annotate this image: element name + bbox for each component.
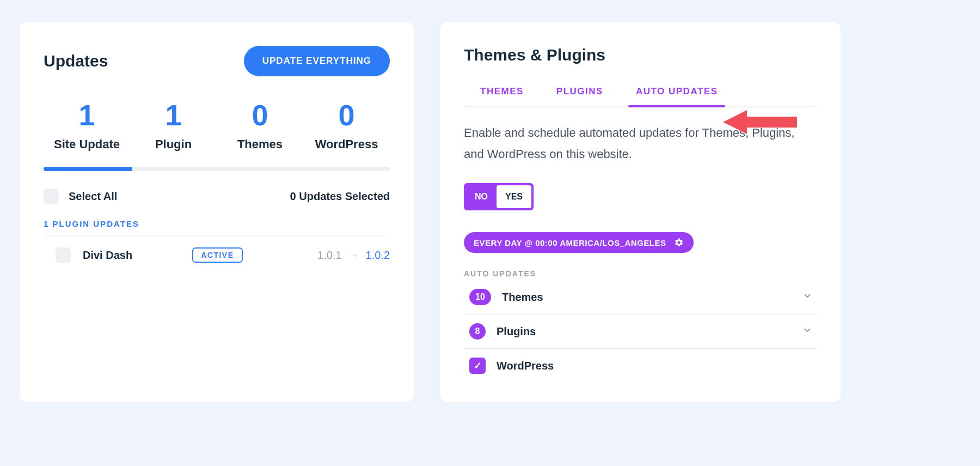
plugins-count-badge: 8	[469, 323, 486, 340]
toggle-option-no[interactable]: NO	[466, 185, 497, 208]
themes-plugins-title: Themes & Plugins	[464, 46, 817, 64]
tab-site-update[interactable]: 1 Site Update	[44, 100, 130, 152]
tab-plugins[interactable]: PLUGINS	[556, 86, 603, 106]
auto-updates-description: Enable and schedule automated updates fo…	[464, 123, 817, 165]
auto-updates-plugins-label: Plugins	[497, 325, 536, 338]
updates-tab-underline-active	[44, 167, 132, 171]
stat-wordpress-count: 0	[303, 100, 390, 130]
select-all-row: Select All 0 Updates Selected	[44, 189, 390, 204]
stat-site-update-label: Site Update	[44, 137, 130, 152]
chevron-down-icon[interactable]	[803, 291, 812, 303]
stat-plugin-count: 1	[130, 100, 217, 130]
tab-wordpress[interactable]: 0 WordPress	[303, 100, 390, 152]
updates-selected-count: 0 Updates Selected	[290, 190, 390, 203]
gear-icon	[674, 238, 684, 247]
auto-updates-row-wordpress[interactable]: WordPress	[464, 349, 817, 383]
plugin-versions: 1.0.1 → 1.0.2	[317, 249, 390, 262]
plugin-row-checkbox[interactable]	[56, 247, 71, 263]
stat-site-update-count: 1	[44, 100, 130, 130]
tab-plugin[interactable]: 1 Plugin	[130, 100, 217, 152]
auto-updates-wordpress-label: WordPress	[497, 360, 554, 372]
update-everything-button[interactable]: UPDATE EVERYTHING	[244, 46, 390, 76]
stat-themes-count: 0	[217, 100, 303, 130]
themes-count-badge: 10	[469, 289, 491, 305]
plugin-status-badge: ACTIVE	[192, 247, 242, 263]
tab-themes[interactable]: 0 Themes	[217, 100, 303, 152]
themes-plugins-tabs: THEMES PLUGINS AUTO UPDATES	[464, 86, 817, 107]
plugin-name: Divi Dash	[83, 249, 132, 262]
stat-themes-label: Themes	[217, 137, 303, 152]
wordpress-checkbox[interactable]	[469, 358, 486, 374]
updates-stats-row: 1 Site Update 1 Plugin 0 Themes 0 WordPr…	[44, 100, 390, 152]
auto-updates-row-plugins[interactable]: 8 Plugins	[464, 314, 817, 349]
updates-panel: Updates UPDATE EVERYTHING 1 Site Update …	[20, 22, 414, 402]
schedule-pill[interactable]: EVERY DAY @ 00:00 AMERICA/LOS_ANGELES	[464, 232, 694, 253]
plugin-updates-heading: 1 PLUGIN UPDATES	[44, 219, 390, 228]
arrow-right-icon: →	[348, 249, 359, 262]
updates-title: Updates	[44, 52, 108, 70]
plugin-version-new: 1.0.2	[366, 249, 390, 262]
chevron-down-icon[interactable]	[803, 325, 812, 337]
updates-header: Updates UPDATE EVERYTHING	[44, 46, 390, 76]
stat-wordpress-label: WordPress	[303, 137, 390, 152]
stat-plugin-label: Plugin	[130, 137, 217, 152]
themes-plugins-panel: Themes & Plugins THEMES PLUGINS AUTO UPD…	[440, 22, 841, 402]
select-all-checkbox[interactable]	[44, 189, 59, 204]
select-all-label: Select All	[69, 190, 117, 203]
auto-updates-row-themes[interactable]: 10 Themes	[464, 280, 817, 314]
auto-updates-themes-label: Themes	[502, 291, 543, 304]
auto-updates-toggle[interactable]: NO YES	[464, 183, 534, 210]
updates-tab-underline	[44, 167, 390, 171]
schedule-pill-label: EVERY DAY @ 00:00 AMERICA/LOS_ANGELES	[474, 238, 666, 247]
tab-auto-updates[interactable]: AUTO UPDATES	[636, 86, 718, 106]
tab-themes[interactable]: THEMES	[480, 86, 524, 106]
plugin-update-row: Divi Dash ACTIVE 1.0.1 → 1.0.2	[44, 235, 390, 267]
plugin-version-old: 1.0.1	[317, 249, 341, 262]
auto-updates-section-label: AUTO UPDATES	[464, 269, 817, 278]
toggle-option-yes[interactable]: YES	[497, 185, 531, 208]
